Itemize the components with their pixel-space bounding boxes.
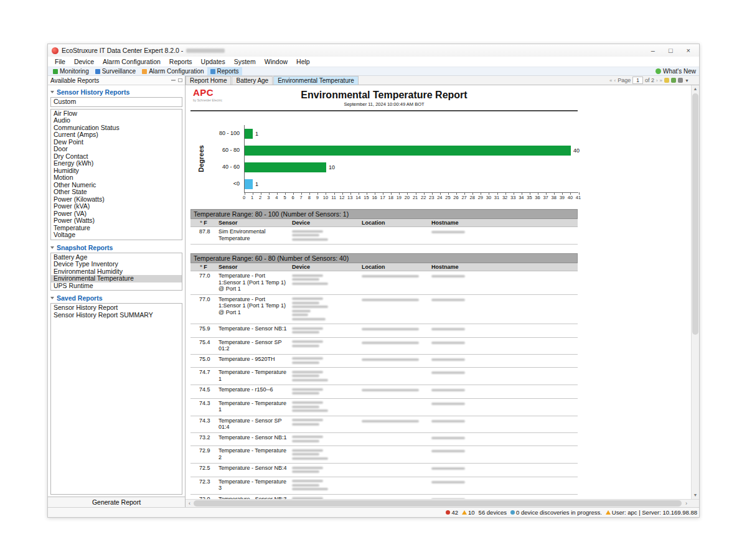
section-header-snapshot-reports[interactable]: Snapshot Reports	[50, 244, 182, 251]
more-options-icon[interactable]: ▼	[685, 78, 689, 83]
menu-system[interactable]: System	[230, 58, 260, 65]
redacted-text	[362, 342, 419, 344]
hostname-cell-redacted	[430, 477, 578, 494]
report-item-air-flow[interactable]: Air Flow	[51, 110, 182, 118]
report-list: Sensor History ReportSensor History Repo…	[50, 303, 182, 495]
window-title-redacted-text	[186, 49, 225, 53]
horizontal-scrollbar[interactable]: ‹ ›	[186, 499, 699, 507]
tab-battery-age[interactable]: Battery Age	[232, 76, 273, 85]
export-report-icon[interactable]	[671, 78, 676, 83]
x-tick-label: 39	[560, 195, 565, 200]
menu-window[interactable]: Window	[260, 58, 292, 65]
report-item-door[interactable]: Door	[51, 146, 182, 153]
report-item-other-state[interactable]: Other State	[51, 189, 182, 196]
menu-device[interactable]: Device	[70, 58, 98, 65]
column-header-f: ° F	[190, 219, 217, 227]
close-button[interactable]: ×	[687, 45, 690, 56]
location-cell-redacted	[360, 294, 430, 324]
menu-updates[interactable]: Updates	[197, 58, 230, 65]
prev-page-icon[interactable]: ‹	[614, 78, 616, 83]
redacted-text	[431, 328, 465, 330]
x-tick-label: 36	[535, 195, 540, 200]
last-page-icon[interactable]: »	[660, 78, 662, 83]
column-header-device: Device	[290, 263, 360, 271]
report-item-power-watts[interactable]: Power (Watts)	[51, 217, 182, 225]
redacted-text	[292, 449, 323, 452]
report-item-energy-kwh[interactable]: Energy (kWh)	[51, 160, 182, 167]
whats-new-link[interactable]: What's New	[655, 68, 699, 75]
redacted-text	[292, 282, 328, 285]
x-tick-label: 19	[397, 195, 402, 200]
generate-report-row: Generate Report	[48, 497, 185, 507]
x-tick-label: 13	[347, 195, 352, 200]
x-tick-label: 32	[502, 195, 507, 200]
scroll-down-icon[interactable]: ▼	[692, 492, 699, 499]
menu-help[interactable]: Help	[292, 58, 314, 65]
report-item-sensor-history-report-summary[interactable]: Sensor History Report SUMMARY	[51, 312, 182, 319]
perspective-monitoring[interactable]: Monitoring	[50, 67, 92, 75]
maximize-button[interactable]: □	[669, 45, 673, 56]
report-item-motion[interactable]: Motion	[51, 174, 182, 182]
perspective-surveillance[interactable]: Surveillance	[92, 67, 139, 75]
report-item-voltage[interactable]: Voltage	[51, 231, 182, 239]
location-cell	[360, 368, 430, 385]
chart-bar-row: 1	[245, 175, 578, 192]
device-cell-redacted	[290, 324, 360, 338]
generate-report-button[interactable]: Generate Report	[48, 497, 185, 507]
panel-maximize-icon[interactable]	[178, 78, 182, 82]
report-item-device-type-inventory[interactable]: Device Type Inventory	[51, 261, 182, 268]
redacted-text	[292, 327, 323, 330]
scroll-left-icon[interactable]: ‹	[186, 500, 194, 507]
scroll-up-icon[interactable]: ▲	[692, 85, 699, 93]
sensor-cell: Temperature - Sensor NB:3	[217, 494, 290, 499]
device-cell-redacted	[290, 227, 360, 245]
tab-environmental-temperature[interactable]: Environmental Temperature	[273, 76, 359, 85]
report-item-audio[interactable]: Audio	[51, 117, 182, 124]
table-row: 74.7Temperature - Temperature 1	[190, 368, 578, 385]
report-item-dew-point[interactable]: Dew Point	[51, 139, 182, 146]
report-item-custom[interactable]: Custom	[51, 98, 182, 106]
page-number-input[interactable]: 1	[632, 77, 643, 84]
temp-cell: 72.5	[190, 464, 217, 477]
minimize-button[interactable]: –	[651, 45, 655, 56]
redacted-text	[292, 357, 323, 360]
section-header-sensor-history-reports[interactable]: Sensor History Reports	[50, 88, 182, 96]
temp-cell: 87.8	[190, 227, 217, 245]
redacted-text	[431, 437, 465, 439]
apc-logo: APC by Schneider Electric	[193, 88, 222, 105]
panel-minimize-icon[interactable]	[171, 80, 176, 81]
sensor-cell: Temperature - Temperature 3	[217, 477, 290, 494]
first-page-icon[interactable]: «	[609, 78, 612, 83]
report-item-power-kva[interactable]: Power (kVA)	[51, 203, 182, 210]
table-header-row: ° FSensorDeviceLocationHostname	[190, 263, 578, 271]
report-item-sensor-history-report[interactable]: Sensor History Report	[51, 304, 182, 312]
perspective-alarm-configuration[interactable]: Alarm Configuration	[139, 67, 207, 75]
redacted-text	[431, 371, 465, 374]
redacted-text	[431, 299, 465, 301]
column-header-sensor: Sensor	[217, 219, 290, 227]
surveillance-icon	[95, 69, 100, 74]
report-item-environmental-temperature[interactable]: Environmental Temperature	[51, 275, 182, 282]
print-report-icon[interactable]	[678, 78, 683, 83]
report-item-current-amps[interactable]: Current (Amps)	[51, 131, 182, 139]
chart-bar-value: 40	[573, 147, 580, 154]
temp-cell: 75.0	[190, 354, 217, 368]
report-item-ups-runtime[interactable]: UPS Runtime	[51, 282, 182, 290]
horizontal-scroll-thumb[interactable]	[194, 500, 682, 506]
x-tick-label: 31	[494, 195, 499, 200]
menu-alarm-configuration[interactable]: Alarm Configuration	[98, 58, 165, 65]
section-header-saved-reports[interactable]: Saved Reports	[50, 294, 182, 302]
save-report-icon[interactable]	[664, 78, 669, 83]
menu-reports[interactable]: Reports	[165, 58, 197, 65]
hostname-cell-redacted	[430, 432, 578, 446]
scroll-right-icon[interactable]: ›	[682, 500, 690, 507]
hostname-cell-redacted	[430, 354, 578, 368]
x-tick-label: 15	[364, 195, 369, 200]
next-page-icon[interactable]: ›	[656, 78, 658, 83]
perspective-reports[interactable]: Reports	[207, 67, 242, 75]
tab-report-home[interactable]: Report Home	[186, 76, 231, 85]
x-tick-label: 40	[568, 195, 573, 200]
menu-file[interactable]: File	[50, 58, 70, 65]
vertical-scrollbar[interactable]: ▲ ▼	[691, 85, 699, 499]
vertical-scroll-thumb[interactable]	[692, 93, 698, 335]
